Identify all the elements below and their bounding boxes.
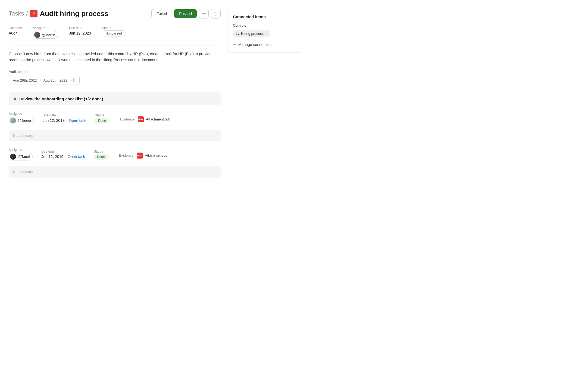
checklist-header[interactable]: ✕ Review the onboarding checklist (1/2 d… (9, 92, 221, 105)
subtask-1-due-date: Jun 12, 2019 (43, 118, 65, 123)
control-tag: 🗂 Hiring process × (233, 30, 270, 37)
description: Choose 3 new hires from the new hires li… (9, 51, 221, 63)
subtask-1-evidence-label: Evidence: (120, 117, 136, 121)
failed-button[interactable]: Failed (151, 9, 172, 18)
subtask-2: Assignee @Tanel Due date Jun 12, 2019 · … (9, 148, 221, 178)
passed-button[interactable]: Passed (174, 9, 197, 18)
pencil-icon: ✏ (233, 42, 236, 47)
subtask-2-status-badge: Done (94, 154, 108, 160)
subtask-1-row: Assignee @Jaana Due date Jun 12, 2019 · … (9, 112, 221, 127)
subtask-1-assignee-field: Assignee @Jaana (9, 112, 34, 124)
audit-date-from: Aug 26th, 2022 (13, 78, 37, 82)
subtask-2-assignee-name: @Tanel (18, 154, 30, 159)
breadcrumb-separator: / (26, 10, 28, 17)
subtask-1-summary[interactable]: No summary (9, 130, 221, 141)
subtask-2-evidence-label: Evidence: (119, 153, 135, 157)
subtask-1-assignee-chip[interactable]: @Jaana (9, 117, 34, 124)
subtask-2-evidence: Evidence: PDF Attachment.pdf (119, 153, 169, 159)
meta-row: Category Audit Assignee @Martin Due date… (9, 26, 221, 39)
sidebar: Connected items Controls 🗂 Hiring proces… (227, 9, 303, 375)
subtask-1-status-badge: Done (95, 118, 109, 123)
checklist-x-icon: ✕ (13, 96, 17, 101)
assignee-label: Assignee (33, 26, 58, 30)
audit-period-input[interactable]: Aug 26th, 2022 › Aug 26th, 2023 🕐 (9, 76, 80, 85)
folder-icon: 🗂 (236, 31, 239, 36)
due-date-label: Due date (69, 26, 91, 30)
more-icon: ⋮ (214, 11, 218, 16)
subtask-2-row: Assignee @Tanel Due date Jun 12, 2019 · … (9, 148, 221, 163)
edit-button[interactable]: ✏ (199, 9, 209, 18)
subtask-2-due-date: Jun 12, 2019 (41, 154, 63, 159)
subtask-2-due-date-label: Due date (41, 150, 85, 153)
divider (9, 45, 221, 45)
subtask-2-attachment[interactable]: Attachment.pdf (145, 153, 168, 157)
control-tag-name: Hiring process (241, 32, 264, 36)
date-arrow-icon: › (39, 78, 40, 82)
subtask-2-due-date-field: Due date Jun 12, 2019 · Open task (41, 150, 85, 159)
assignee-chip[interactable]: @Martin (33, 31, 58, 39)
subtask-2-assignee-chip[interactable]: @Tanel (9, 153, 33, 160)
category-field: Category Audit (9, 26, 22, 39)
control-tag-close[interactable]: × (265, 32, 267, 35)
audit-date-to: Aug 26th, 2023 (43, 78, 67, 82)
breadcrumb-tasks[interactable]: Tasks (9, 10, 24, 17)
task-icon: ✓ (30, 10, 37, 17)
more-button[interactable]: ⋮ (211, 9, 221, 18)
manage-connections-label: Manage connections (238, 42, 273, 47)
subtask-1-meta: Assignee @Jaana Due date Jun 12, 2019 · … (9, 112, 109, 124)
controls-label: Controls (233, 23, 298, 27)
subtask-1-evidence: Evidence: PDF Attachment.pdf (120, 116, 170, 122)
connected-items-card: Connected items Controls 🗂 Hiring proces… (227, 9, 303, 52)
due-date-field: Due date Jun 12, 2023 (69, 26, 91, 39)
due-date-value: Jun 12, 2023 (69, 31, 91, 35)
subtask-1-due-date-label: Due date (43, 113, 86, 117)
subtask-1-pdf-icon: PDF (138, 116, 144, 122)
subtask-1-attachment[interactable]: Attachment.pdf (146, 117, 170, 121)
avatar (34, 32, 40, 38)
dot-separator-2: · (65, 154, 66, 159)
subtask-2-status-field: Status Done (94, 150, 108, 159)
subtask-2-open-task[interactable]: Open task (68, 154, 85, 159)
subtask-2-summary[interactable]: No summary (9, 166, 221, 178)
clock-icon: 🕐 (71, 78, 76, 82)
subtask-1-status-field: Status Done (95, 113, 109, 123)
assignee-field: Assignee @Martin (33, 26, 58, 39)
audit-period-label: Audit period (9, 70, 221, 74)
checklist-title: Review the onboarding checklist (1/2 don… (19, 97, 103, 101)
header-actions: Failed Passed ✏ ⋮ (151, 9, 221, 18)
subtask-1-status-label: Status (95, 113, 109, 117)
status-field: Status Not passed (102, 26, 126, 39)
assignee-name: @Martin (42, 33, 55, 37)
subtask-1-due-date-field: Due date Jun 12, 2019 · Open task (43, 113, 86, 123)
subtask-1-open-task[interactable]: Open task (69, 118, 86, 123)
subtask-1-assignee-name: @Jaana (18, 118, 31, 122)
status-label: Status (102, 26, 126, 30)
subtask-2-avatar (10, 154, 16, 160)
edit-icon: ✏ (202, 11, 206, 16)
category-label: Category (9, 26, 22, 30)
subtask-2-pdf-icon: PDF (137, 153, 143, 159)
dot-separator: · (66, 118, 67, 123)
subtask-1-avatar (10, 117, 16, 123)
subtask-1-assignee-label: Assignee (9, 112, 34, 116)
manage-connections-button[interactable]: ✏ Manage connections (233, 41, 298, 47)
breadcrumb: Tasks / ✓ Audit hiring process (9, 10, 108, 18)
subtask-2-assignee-label: Assignee (9, 148, 33, 152)
subtask-2-status-label: Status (94, 150, 108, 153)
status-badge[interactable]: Not passed (102, 30, 126, 36)
subtask-1: Assignee @Jaana Due date Jun 12, 2019 · … (9, 112, 221, 141)
page-title: Audit hiring process (40, 10, 108, 18)
subtask-2-assignee-field: Assignee @Tanel (9, 148, 33, 160)
page-header: Tasks / ✓ Audit hiring process Failed Pa… (9, 9, 221, 18)
category-value: Audit (9, 31, 22, 35)
subtask-2-meta: Assignee @Tanel Due date Jun 12, 2019 · … (9, 148, 108, 160)
connected-items-title: Connected items (233, 14, 298, 19)
